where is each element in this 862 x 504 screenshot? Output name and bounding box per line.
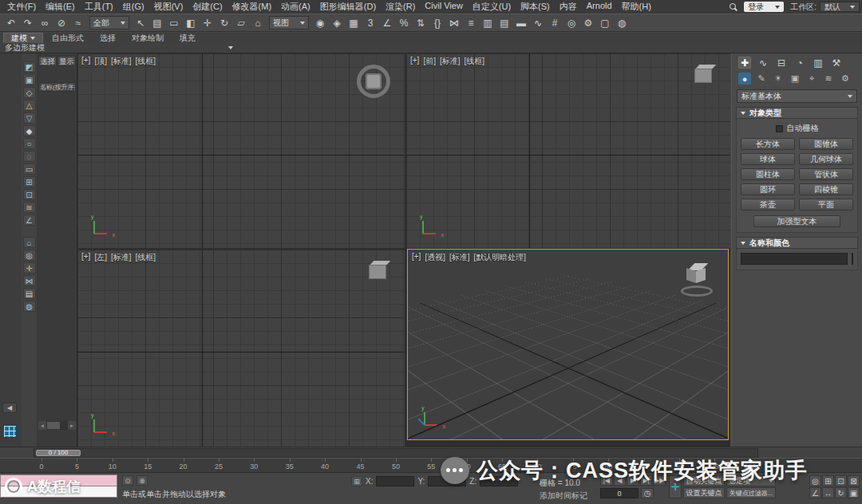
object-name-field[interactable] bbox=[741, 253, 848, 265]
select-place-icon[interactable]: ⌂ bbox=[250, 15, 266, 30]
go-to-start-icon[interactable]: |◀ bbox=[600, 475, 613, 486]
ribbon-tab[interactable]: 选择 bbox=[93, 33, 123, 43]
viewport-menu-shading[interactable]: [默认明暗处理] bbox=[474, 252, 527, 263]
menu-item[interactable]: 文件(F) bbox=[2, 0, 41, 14]
viewcube[interactable] bbox=[357, 65, 390, 98]
left-tool-icon[interactable]: ≋ bbox=[23, 202, 36, 213]
select-by-name-icon[interactable]: ▤ bbox=[149, 15, 165, 30]
viewport-front[interactable]: [+] [前] [标准] [线框] x y bbox=[406, 53, 730, 248]
viewport-menu-shading[interactable]: [线框] bbox=[465, 56, 485, 67]
explorer-tab-select[interactable]: 选择 bbox=[38, 56, 57, 66]
viewcube[interactable] bbox=[692, 63, 718, 85]
explorer-tab-display[interactable]: 显示 bbox=[57, 56, 76, 66]
menu-item[interactable]: 编辑(E) bbox=[41, 0, 80, 14]
viewport-menu-pov[interactable]: [顶] bbox=[94, 56, 107, 67]
viewport-menu-style[interactable]: [标准] bbox=[440, 56, 461, 67]
login-dropdown[interactable]: 登录 bbox=[744, 2, 784, 12]
unlink-icon[interactable]: ⊘ bbox=[53, 15, 69, 30]
rollout-header[interactable]: 对象类型 bbox=[736, 107, 858, 119]
left-tool-icon[interactable]: ◇ bbox=[23, 87, 36, 98]
primitive-button[interactable]: 圆锥体 bbox=[799, 138, 853, 150]
ribbon-tab[interactable]: 填充 bbox=[172, 33, 203, 43]
viewport-menu-style[interactable]: [标准] bbox=[111, 56, 132, 67]
select-object-icon[interactable]: ↖ bbox=[132, 15, 148, 30]
primitive-button[interactable]: 圆柱体 bbox=[741, 168, 795, 180]
spinner-snap-icon[interactable]: ⇅ bbox=[413, 15, 429, 30]
cameras-category-icon[interactable]: ▣ bbox=[789, 73, 801, 85]
scrollbar-thumb[interactable] bbox=[47, 422, 60, 429]
select-manipulate-icon[interactable]: ◈ bbox=[329, 15, 345, 30]
auto-key-button[interactable]: 自动关键点 bbox=[683, 475, 725, 486]
left-tool-icon[interactable]: ▤ bbox=[23, 288, 36, 299]
object-color-swatch[interactable] bbox=[852, 253, 853, 265]
utilities-tab-icon[interactable]: ⚒ bbox=[830, 57, 843, 69]
align-icon[interactable]: ≡ bbox=[463, 15, 479, 30]
viewcube[interactable] bbox=[680, 262, 717, 297]
rollout-header[interactable]: 名称和颜色 bbox=[736, 237, 858, 249]
angle-snap-icon[interactable]: ∠ bbox=[379, 15, 395, 30]
maximize-viewport-icon[interactable]: ▣ bbox=[848, 487, 860, 498]
set-key-mode-button[interactable]: 设置关键点 bbox=[683, 487, 725, 498]
primitive-button[interactable]: 平面 bbox=[799, 199, 853, 211]
x-coordinate-field[interactable] bbox=[376, 476, 414, 486]
current-frame-field[interactable]: 0 bbox=[600, 488, 639, 498]
named-selection-sets-icon[interactable]: {} bbox=[429, 15, 445, 30]
ribbon-tab[interactable]: 自由形式 bbox=[45, 33, 91, 43]
menu-item[interactable]: 图形编辑器(D) bbox=[315, 0, 381, 14]
orbit-icon[interactable]: ↻ bbox=[835, 487, 847, 498]
search-icon[interactable] bbox=[730, 3, 737, 11]
autogrid-checkbox[interactable] bbox=[776, 125, 783, 132]
menu-item[interactable]: 组(G) bbox=[118, 0, 149, 14]
pan-icon[interactable]: ↔ bbox=[822, 487, 834, 498]
left-tool-icon[interactable]: ⌂ bbox=[23, 237, 36, 248]
left-tool-icon[interactable]: ⋈ bbox=[23, 275, 36, 286]
left-tool-icon[interactable]: ◌ bbox=[23, 151, 36, 162]
viewport-menu-shading[interactable]: [线框] bbox=[136, 252, 156, 263]
render-production-icon[interactable]: ◍ bbox=[614, 15, 630, 30]
primitive-button[interactable]: 管状体 bbox=[799, 168, 853, 180]
left-tool-icon[interactable]: ◩ bbox=[23, 61, 36, 73]
menu-item[interactable]: 内容 bbox=[555, 0, 582, 14]
time-config-icon[interactable]: ◷ bbox=[641, 488, 654, 498]
layer-explorer-icon[interactable]: ▤ bbox=[496, 15, 512, 30]
left-tool-icon[interactable]: △ bbox=[23, 100, 36, 111]
maxscript-macro-pane[interactable] bbox=[0, 474, 117, 486]
selection-filter-dropdown[interactable]: 全部 bbox=[89, 16, 129, 30]
zoom-icon[interactable]: ◎ bbox=[809, 475, 821, 486]
spacewarps-category-icon[interactable]: ≋ bbox=[822, 73, 835, 85]
subcategory-dropdown[interactable]: 标准基本体 bbox=[737, 89, 857, 103]
menu-item[interactable]: 创建(C) bbox=[188, 0, 227, 14]
viewport-menu-general[interactable]: [+] bbox=[81, 252, 90, 263]
viewport-left[interactable]: [+] [左] [标准] [线框] x y bbox=[77, 250, 405, 447]
left-tool-icon[interactable]: ◍ bbox=[23, 301, 36, 312]
explorer-sort-header[interactable]: 名称(按升序排序) bbox=[38, 82, 76, 92]
shapes-category-icon[interactable]: ✎ bbox=[755, 73, 768, 85]
select-move-icon[interactable]: ✛ bbox=[200, 15, 216, 30]
scroll-right-icon[interactable]: ▸ bbox=[68, 421, 76, 430]
viewcube[interactable] bbox=[366, 259, 392, 282]
viewport-menu-pov[interactable]: [前] bbox=[423, 56, 436, 67]
scene-explorer-toggle-icon[interactable]: ▥ bbox=[480, 15, 496, 30]
explorer-hscrollbar[interactable]: ◂ ▸ bbox=[38, 421, 76, 430]
viewport-menu-general[interactable]: [+] bbox=[81, 56, 90, 67]
bind-spacewarp-icon[interactable]: ≈ bbox=[70, 15, 86, 30]
zoom-extents-icon[interactable]: ⊡ bbox=[835, 475, 847, 486]
y-coordinate-field[interactable] bbox=[428, 476, 466, 486]
primitive-button[interactable]: 球体 bbox=[741, 153, 795, 165]
geometry-category-icon[interactable]: ● bbox=[738, 73, 751, 85]
left-tool-icon[interactable]: ▭ bbox=[23, 163, 36, 175]
viewport-menu-pov[interactable]: [左] bbox=[94, 252, 107, 263]
lights-category-icon[interactable]: ☀ bbox=[772, 73, 785, 85]
primitive-button[interactable]: 圆环 bbox=[741, 183, 795, 195]
render-setup-icon[interactable]: ⚙ bbox=[580, 15, 596, 30]
systems-category-icon[interactable]: ⚙ bbox=[839, 73, 852, 85]
menu-item[interactable]: 视图(V) bbox=[149, 0, 188, 14]
viewport-menu-general[interactable]: [+] bbox=[412, 252, 421, 263]
viewport-men-style[interactable]: [标准] bbox=[449, 252, 470, 263]
window-crossing-icon[interactable]: ◧ bbox=[183, 15, 199, 30]
ribbon-tab[interactable]: 对象绘制 bbox=[125, 33, 171, 43]
schematic-view-icon[interactable]: # bbox=[547, 15, 563, 30]
left-tool-icon[interactable]: ◎ bbox=[23, 250, 36, 261]
undo-icon[interactable]: ↶ bbox=[3, 15, 19, 30]
material-editor-icon[interactable]: ◎ bbox=[563, 15, 579, 30]
